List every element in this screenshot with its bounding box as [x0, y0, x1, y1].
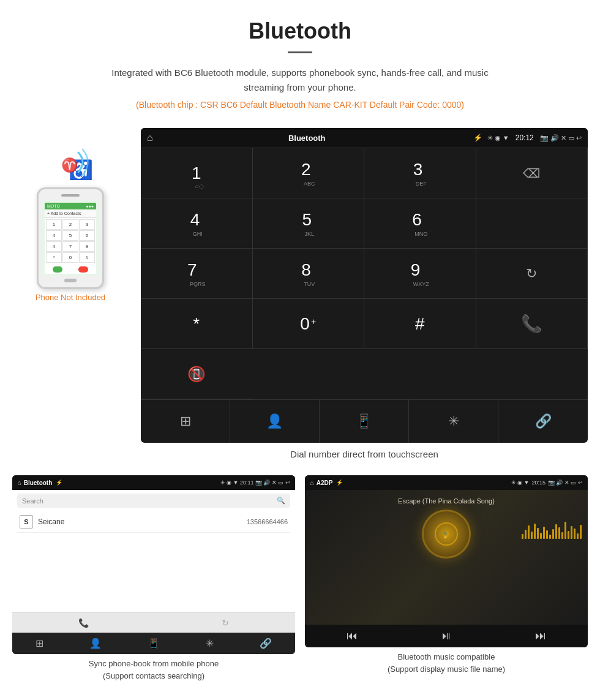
- title-divider: [288, 51, 312, 53]
- music-home-icon: ⌂: [310, 479, 314, 486]
- dial-title: Bluetooth: [141, 134, 473, 143]
- bottom-row: ⌂ Bluetooth ⚡ ✳ ◉ ▼ 20:11 📷 🔊 ✕ ▭ ↩ Sear…: [0, 475, 600, 682]
- dial-key-5[interactable]: 5 JKL: [253, 198, 365, 249]
- dial-key-4[interactable]: 4 GHI: [141, 198, 253, 249]
- dial-right-icons: 📷 🔊 ✕ ▭ ↩: [540, 134, 582, 142]
- pb-bluetooth-icon[interactable]: ✳: [206, 638, 214, 649]
- header-specs: (Bluetooth chip : CSR BC6 Default Blueto…: [12, 100, 588, 110]
- dial-key-1[interactable]: 1 ⌂◌: [141, 148, 253, 198]
- dial-key-0[interactable]: 0 +: [253, 299, 365, 349]
- dial-key-7[interactable]: 7 PQRS: [141, 249, 253, 299]
- contact-letter: S: [20, 515, 33, 529]
- dial-bottom-bar: ⊞ 👤 📱 ✳ 🔗: [141, 399, 588, 443]
- bluetooth-signal: ♿ ♈: [49, 146, 92, 183]
- music-controls: ⏮ ⏯ ⏭: [305, 625, 588, 647]
- music-title: A2DP: [317, 480, 333, 486]
- music-visualizer: [522, 521, 582, 539]
- phone-key-8: 7: [62, 241, 78, 252]
- dial-key-hash[interactable]: #: [364, 299, 476, 349]
- album-art: ♪ ✳: [422, 510, 471, 559]
- pb-status-right: ✳ ◉ ▼ 20:11 📷 🔊 ✕ ▭ ↩: [220, 480, 290, 486]
- dial-bottom-contacts[interactable]: 👤: [230, 400, 320, 443]
- dial-statusbar: ⌂ Bluetooth ⚡ ✳ ◉ ▼ 20:12 📷 🔊 ✕ ▭ ↩: [141, 128, 588, 148]
- dial-bottom-phone[interactable]: 📱: [320, 400, 409, 443]
- contact-number: 13566664466: [247, 518, 288, 525]
- dial-key-3[interactable]: 3 DEF: [364, 148, 476, 198]
- phone-home-button: [64, 279, 77, 282]
- phonebook-screen: ⌂ Bluetooth ⚡ ✳ ◉ ▼ 20:11 📷 🔊 ✕ ▭ ↩ Sear…: [12, 475, 295, 654]
- music-usb-icon: ⚡: [336, 480, 343, 486]
- dial-backspace[interactable]: ⌫: [476, 148, 588, 198]
- phone-key-star: *: [46, 252, 62, 263]
- dial-end-button[interactable]: 📵: [141, 349, 253, 399]
- phonebook-statusbar: ⌂ Bluetooth ⚡ ✳ ◉ ▼ 20:11 📷 🔊 ✕ ▭ ↩: [12, 475, 295, 490]
- search-icon: 🔍: [277, 497, 285, 505]
- pb-grid-icon[interactable]: ⊞: [36, 638, 43, 649]
- phone-speaker: [61, 194, 80, 197]
- phone-key-5: 5: [62, 230, 78, 241]
- song-title: Escape (The Pina Colada Song): [398, 497, 495, 505]
- music-body: Escape (The Pina Colada Song) ♪ ✳: [305, 490, 588, 625]
- phonebook-caption: Sync phone-book from mobile phone(Suppor…: [89, 658, 219, 682]
- music-screen: ⌂ A2DP ⚡ ✳ ◉ ▼ 20:15 📷 🔊 ✕ ▭ ↩ Escape (T…: [305, 475, 588, 647]
- dial-key-8[interactable]: 8 TUV: [253, 249, 365, 299]
- page-header: Bluetooth Integrated with BC6 Bluetooth …: [0, 0, 600, 128]
- phone-bottom-bar: [45, 264, 96, 274]
- phone-keypad: 1 2 3 4 5 6 4 7 8 * 0 #: [45, 218, 96, 264]
- svg-text:✳: ✳: [443, 530, 448, 536]
- phone-key-0: 0: [62, 252, 78, 263]
- bluetooth-icon: ✳: [448, 413, 459, 429]
- phonebook-search-bar[interactable]: Search 🔍: [17, 494, 290, 508]
- phone-screen: MOTO ●●● + Add to Contacts 1 2 3 4 5 6 4…: [42, 200, 99, 276]
- phone-key-6: 6: [79, 230, 95, 241]
- phone-key-4: 4: [46, 230, 62, 241]
- svg-text:♈: ♈: [61, 157, 78, 173]
- phone-screen-header: MOTO ●●●: [45, 203, 96, 209]
- phonebook-body: Search 🔍 S Seicane 13566664466: [12, 490, 295, 612]
- pb-link-icon[interactable]: 🔗: [260, 638, 272, 649]
- phone-call-button: [53, 266, 62, 273]
- pb-title: Bluetooth: [24, 480, 53, 486]
- dial-bottom-link[interactable]: 🔗: [498, 400, 588, 443]
- dial-keypad-grid: 1 ⌂◌ 2 ABC 3 DEF ⌫: [141, 148, 588, 399]
- pb-person-icon[interactable]: 👤: [89, 638, 102, 649]
- pb-phone-icon[interactable]: 📱: [148, 638, 160, 649]
- phone-add-contacts: + Add to Contacts: [45, 209, 96, 218]
- dial-key-6[interactable]: 6 MNO: [364, 198, 476, 249]
- phone-key-hash: #: [79, 252, 95, 263]
- phone-key-3: 3: [79, 219, 95, 230]
- phone-device: MOTO ●●● + Add to Contacts 1 2 3 4 5 6 4…: [37, 187, 104, 289]
- phone-key-7: 4: [46, 241, 62, 252]
- dial-key-9[interactable]: 9 WXYZ: [364, 249, 476, 299]
- music-status-right: ✳ ◉ ▼ 20:15 📷 🔊 ✕ ▭ ↩: [511, 480, 583, 486]
- header-description: Integrated with BC6 Bluetooth module, su…: [92, 66, 508, 95]
- phone-container: ♿ ♈ MOTO ●●● + Add to Contacts 1 2: [12, 128, 129, 302]
- dial-empty-1: [476, 198, 588, 249]
- main-section: ♿ ♈ MOTO ●●● + Add to Contacts 1 2: [0, 128, 600, 469]
- dial-bottom-bluetooth[interactable]: ✳: [409, 400, 498, 443]
- music-prev-icon[interactable]: ⏮: [347, 630, 358, 642]
- phone-key-2: 2: [62, 219, 78, 230]
- dial-key-2[interactable]: 2 ABC: [253, 148, 365, 198]
- dial-caption: Dial number direct from touchscreen: [141, 443, 588, 469]
- music-next-icon[interactable]: ⏭: [535, 630, 546, 642]
- pb-bottom-refresh-icon[interactable]: ↻: [222, 618, 229, 628]
- phone-key-1: 1: [46, 219, 62, 230]
- dial-key-star[interactable]: *: [141, 299, 253, 349]
- page-title: Bluetooth: [12, 18, 588, 44]
- phonebook-section: ⌂ Bluetooth ⚡ ✳ ◉ ▼ 20:11 📷 🔊 ✕ ▭ ↩ Sear…: [12, 475, 295, 682]
- music-statusbar: ⌂ A2DP ⚡ ✳ ◉ ▼ 20:15 📷 🔊 ✕ ▭ ↩: [305, 475, 588, 490]
- contact-name: Seicane: [38, 517, 64, 526]
- music-section: ⌂ A2DP ⚡ ✳ ◉ ▼ 20:15 📷 🔊 ✕ ▭ ↩ Escape (T…: [305, 475, 588, 682]
- dial-call-button[interactable]: 📞: [476, 299, 588, 349]
- pb-home-icon: ⌂: [17, 479, 21, 486]
- phone-key-9: 8: [79, 241, 95, 252]
- dial-bottom-grid[interactable]: ⊞: [141, 400, 230, 443]
- pb-bottom-phone-icon[interactable]: 📞: [78, 618, 89, 628]
- dial-refresh[interactable]: ↻: [476, 249, 588, 299]
- pb-usb-icon: ⚡: [56, 480, 62, 486]
- status-icons: ✳ ◉ ▼ 20:12: [487, 134, 534, 142]
- music-play-icon[interactable]: ⏯: [441, 630, 452, 642]
- dial-screen: ⌂ Bluetooth ⚡ ✳ ◉ ▼ 20:12 📷 🔊 ✕ ▭ ↩ 1 ⌂◌: [141, 128, 588, 443]
- music-caption: Bluetooth music compatible(Support displ…: [388, 651, 505, 675]
